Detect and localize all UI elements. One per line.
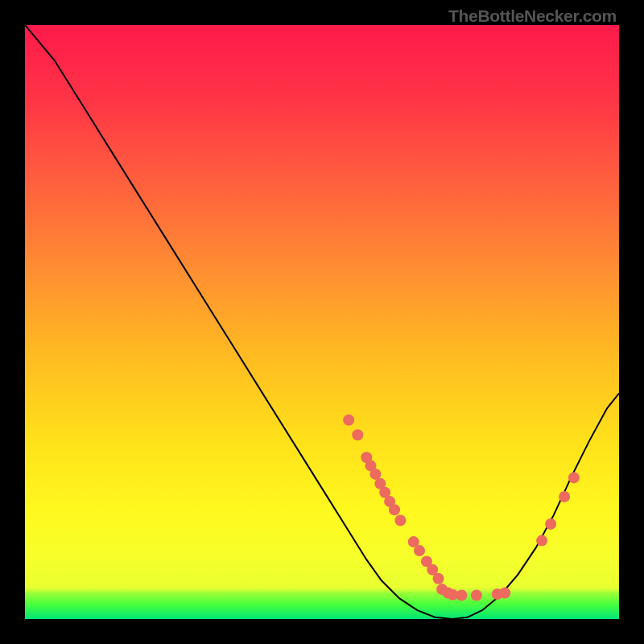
data-point bbox=[499, 588, 510, 599]
data-point bbox=[394, 515, 406, 526]
data-point bbox=[456, 590, 467, 601]
data-point bbox=[559, 491, 570, 502]
data-point bbox=[471, 590, 482, 601]
data-point bbox=[433, 573, 444, 584]
data-point bbox=[545, 518, 556, 530]
data-point bbox=[536, 535, 547, 547]
chart-background bbox=[25, 25, 619, 619]
green-band bbox=[25, 587, 619, 619]
data-point bbox=[414, 545, 425, 556]
data-point bbox=[389, 504, 400, 515]
chart-canvas bbox=[25, 25, 619, 619]
data-point bbox=[352, 429, 363, 440]
data-point bbox=[343, 415, 354, 426]
watermark-text: TheBottleNecker.com bbox=[448, 6, 617, 26]
data-point bbox=[568, 472, 580, 483]
